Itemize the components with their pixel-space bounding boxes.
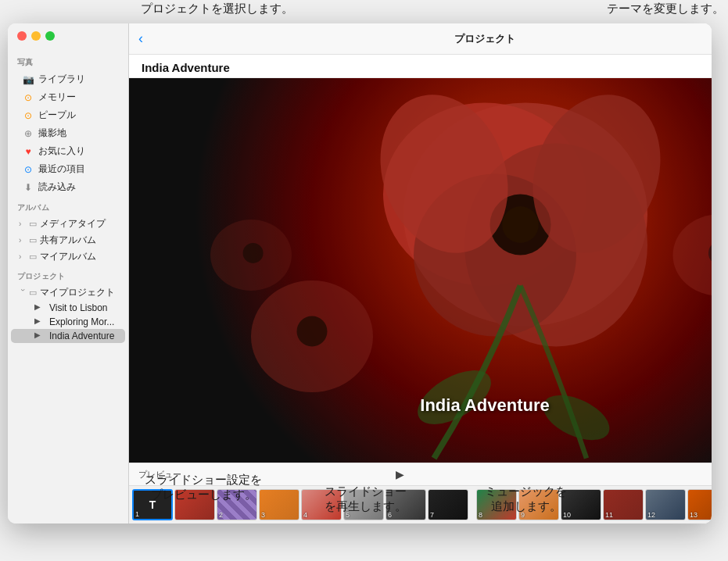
filmstrip-slide-11[interactable]: 11 (603, 489, 644, 520)
toolbar-title: プロジェクト (454, 32, 515, 46)
myprojects-icon: ▭ (29, 288, 37, 298)
sidebar-section-albums: アルバム (8, 196, 128, 216)
filmstrip: T 1 2 3 4 5 (129, 485, 712, 523)
favorites-icon: ♥ (22, 145, 34, 158)
slideshow-icon-india: ▶ (34, 331, 45, 341)
bottom-bar: プレビュー ▶ ↺ T 1 2 3 (129, 463, 712, 523)
slideshow-icon-exploring: ▶ (34, 316, 45, 327)
preview-area: India Adventure (129, 78, 712, 463)
sidebar-section-projects: プロジェクト (8, 265, 128, 284)
sidebar-item-imports[interactable]: ⬇ 読み込み (11, 178, 125, 196)
traffic-lights (17, 31, 55, 41)
chevron-icon2: › (19, 236, 27, 245)
chevron-icon4: › (19, 289, 27, 297)
play-button[interactable]: ▶ (392, 466, 407, 482)
sidebar-item-places[interactable]: ⊕ 撮影地 (11, 124, 125, 142)
sidebar-item-favorites[interactable]: ♥ お気に入り (11, 142, 125, 160)
main-window: 写真 📷 ライブラリ ⊙ メモリー ⊙ ピープル ⊕ 撮影地 ♥ お気に入り ⊙… (8, 23, 712, 523)
sidebar-group-myalbum[interactable]: › ▭ マイアルバム (8, 248, 128, 265)
library-icon: 📷 (22, 73, 34, 86)
sidebar-item-exploring[interactable]: ▶ Exploring Mor... (11, 315, 125, 329)
filmstrip-slide-12[interactable]: 12 (645, 489, 686, 520)
sidebar: 写真 📷 ライブラリ ⊙ メモリー ⊙ ピープル ⊕ 撮影地 ♥ お気に入り ⊙… (8, 23, 129, 523)
toolbar: ‹ プロジェクト 書き出す 🔍 検索 (129, 23, 712, 55)
sidebar-section-photos: 写真 (8, 51, 128, 70)
sidebar-group-mediatype[interactable]: › ▭ メディアタイプ (8, 216, 128, 232)
filmstrip-slide-4[interactable]: 4 (301, 489, 342, 520)
chevron-icon3: › (19, 252, 27, 261)
close-button[interactable] (17, 31, 27, 41)
main-content: ‹ プロジェクト 書き出す 🔍 検索 India Adventure 44枚のス… (129, 23, 712, 523)
filmstrip-slide-2[interactable]: 2 (217, 489, 257, 520)
myalbum-icon: ▭ (29, 252, 37, 262)
annotation-select-project: プロジェクトを選択します。 (141, 2, 293, 16)
project-header: India Adventure 44枚のスライド・2:38分 (129, 55, 712, 78)
memories-icon: ⊙ (22, 91, 34, 104)
filmstrip-slide-7[interactable]: 7 (428, 489, 468, 520)
filmstrip-slide-10[interactable]: 10 (561, 489, 601, 520)
recent-icon: ⊙ (22, 163, 34, 176)
filmstrip-slide-13[interactable]: 13 (687, 489, 712, 520)
back-button[interactable]: ‹ (138, 30, 143, 47)
filmstrip-slide-1[interactable]: T 1 (132, 489, 173, 520)
sidebar-item-memories[interactable]: ⊙ メモリー (11, 88, 125, 106)
slideshow-icon-lisbon: ▶ (34, 302, 45, 313)
sidebar-item-library[interactable]: 📷 ライブラリ (11, 70, 125, 88)
project-title: India Adventure (142, 61, 230, 74)
filmstrip-slide-6[interactable]: 6 (386, 489, 426, 520)
filmstrip-slide-9[interactable]: 9 (518, 489, 559, 520)
fullscreen-button[interactable] (45, 31, 55, 41)
minimize-button[interactable] (31, 31, 41, 41)
chevron-icon: › (19, 220, 27, 228)
filmstrip-slide-8[interactable]: 8 (476, 489, 517, 520)
sidebar-item-india[interactable]: ▶ India Adventure (11, 329, 125, 343)
shared-icon: ▭ (29, 235, 37, 245)
filmstrip-slide-5[interactable]: 5 (343, 489, 384, 520)
sidebar-item-people[interactable]: ⊙ ピープル (11, 106, 125, 124)
sidebar-item-recent[interactable]: ⊙ 最近の項目 (11, 160, 125, 178)
preview-label: プレビュー (138, 469, 181, 481)
places-icon: ⊕ (22, 127, 34, 140)
annotation-change-theme: テーマを変更します。 (607, 2, 724, 16)
sidebar-group-shared[interactable]: › ▭ 共有アルバム (8, 232, 128, 248)
sidebar-item-lisbon[interactable]: ▶ Visit to Lisbon (11, 301, 125, 315)
slide-overlay-title: India Adventure (420, 395, 549, 416)
people-icon: ⊙ (22, 109, 34, 122)
playback-controls: プレビュー ▶ ↺ (129, 463, 712, 485)
filmstrip-slide-3[interactable]: 3 (259, 489, 299, 520)
mediatype-icon: ▭ (29, 219, 37, 229)
sidebar-group-myprojects[interactable]: › ▭ マイプロジェクト (8, 284, 128, 301)
filmstrip-slide-1b[interactable] (174, 489, 215, 520)
imports-icon: ⬇ (22, 181, 34, 194)
